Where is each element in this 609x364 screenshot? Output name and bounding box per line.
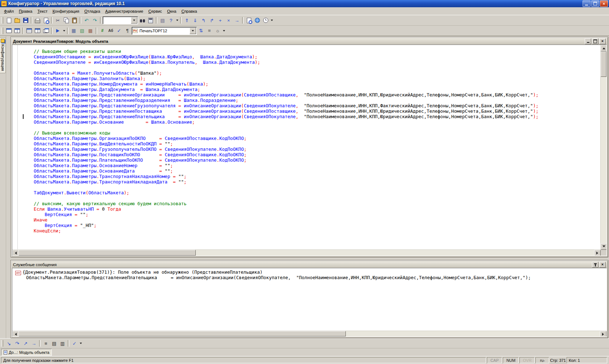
calculator-button[interactable] — [146, 16, 155, 24]
copy-button[interactable] — [62, 16, 70, 24]
tile-horizontal-button[interactable] — [25, 27, 33, 35]
global-search-button[interactable] — [253, 16, 261, 24]
menu-configuration[interactable]: Конфигурация — [50, 8, 82, 15]
toolbar-grip[interactable] — [1, 28, 3, 34]
help-dropdown[interactable] — [175, 16, 179, 24]
save-button[interactable] — [21, 16, 30, 24]
minimize-button[interactable] — [583, 0, 591, 7]
debug-options-dropdown[interactable] — [79, 339, 83, 347]
procedures-functions-button[interactable]: ¶ — [123, 27, 132, 35]
title-bar[interactable]: 1С Конфигуратор - Управление торговлей, … — [0, 0, 609, 7]
template-button[interactable] — [261, 16, 270, 24]
redo-button[interactable]: ↷ — [91, 16, 99, 24]
messages-scroll-right-button[interactable] — [600, 331, 606, 337]
module-settings-button[interactable]: ☼ — [214, 27, 222, 35]
menu-administration[interactable]: Администрирование — [103, 8, 146, 15]
menu-edit[interactable]: Правка — [16, 8, 35, 15]
split-window-button[interactable] — [13, 27, 21, 35]
procedure-combo[interactable]: FoПечатьТОРГ12 — [132, 27, 197, 35]
editor-close-button[interactable]: × — [599, 38, 606, 44]
add-bookmark-button[interactable]: + — [216, 16, 224, 24]
toolbar-grip[interactable] — [1, 17, 3, 24]
help-button[interactable]: ? — [167, 16, 175, 24]
editor-vertical-scrollbar[interactable] — [600, 45, 606, 250]
menu-help[interactable]: Справка — [179, 8, 199, 15]
constructor-button[interactable]: ▧ — [78, 27, 86, 35]
editor-horizontal-scrollbar[interactable] — [12, 249, 601, 256]
comment-button[interactable]: // — [98, 27, 107, 35]
undo-button[interactable]: ↶ — [82, 16, 91, 24]
messages-scroll-thumb[interactable] — [18, 331, 346, 336]
close-button[interactable]: × — [600, 0, 608, 7]
tile-vertical-button[interactable] — [33, 27, 42, 35]
continue-button[interactable]: → — [30, 339, 38, 347]
code-editor[interactable]: // Выводим общие реквизиты шапки Сведени… — [12, 45, 607, 256]
menu-text[interactable]: Текст — [35, 8, 50, 15]
vertical-scroll-thumb[interactable] — [601, 51, 606, 77]
clear-bookmarks-button[interactable]: × — [224, 16, 233, 24]
message-line[interactable]: err{Документ.РеализацияТоваров(371)}: По… — [15, 270, 605, 275]
next-procedure-button[interactable]: ↱ — [208, 16, 216, 24]
scroll-right-button[interactable] — [594, 250, 601, 256]
messages-pin-button[interactable] — [592, 262, 598, 268]
spelling-button[interactable]: Аб — [107, 27, 115, 35]
watch-window-button[interactable]: ▤ — [50, 339, 58, 347]
search-combo[interactable] — [103, 16, 138, 24]
paste-button[interactable] — [70, 16, 79, 24]
goto-line-button[interactable]: → — [233, 16, 241, 24]
new-window-button[interactable] — [5, 27, 13, 35]
toolbar-grip[interactable] — [1, 340, 3, 347]
debug-options-button[interactable]: ✓ — [70, 339, 79, 347]
syntax-highlight-button[interactable]: ▤ — [158, 16, 167, 24]
callstack-button[interactable]: ≡ — [42, 339, 50, 347]
check-module-button[interactable]: ▦ — [70, 27, 78, 35]
find-in-texts-button[interactable] — [245, 16, 253, 24]
procedure-combo-dropdown[interactable] — [190, 28, 196, 34]
prev-bookmark-button[interactable]: ⇑ — [183, 16, 191, 24]
cut-button[interactable]: ✂ — [54, 16, 62, 24]
messages-titlebar[interactable]: Служебные сообщения × — [12, 261, 607, 268]
scroll-down-button[interactable] — [601, 243, 607, 250]
maximize-button[interactable] — [591, 0, 599, 7]
start-debugging-dropdown[interactable] — [62, 27, 66, 35]
menu-windows[interactable]: Окна — [165, 8, 179, 15]
module-settings-dropdown[interactable] — [222, 27, 226, 35]
open-button[interactable] — [13, 16, 21, 24]
step-into-button[interactable]: ↘ — [5, 339, 13, 347]
configuration-tab[interactable]: Конфигурация — [0, 37, 6, 73]
messages-horizontal-scrollbar[interactable] — [12, 331, 606, 336]
templates-button[interactable]: ▩ — [86, 27, 95, 35]
messages-area[interactable]: err{Документ.РеализацияТоваров(371)}: По… — [12, 268, 607, 337]
new-document-button[interactable] — [5, 16, 13, 24]
editor-minimize-button[interactable] — [585, 38, 591, 44]
print-preview-button[interactable] — [42, 16, 50, 24]
template-dropdown[interactable] — [270, 16, 274, 24]
format-block-button[interactable]: ≡ — [205, 27, 214, 35]
scroll-left-button[interactable] — [12, 250, 19, 256]
messages-close-button[interactable]: × — [599, 262, 606, 268]
start-debugging-button[interactable] — [54, 27, 62, 35]
menu-debug[interactable]: Отладка — [82, 8, 103, 15]
messages-scroll-left-button[interactable] — [12, 331, 19, 337]
cascade-button[interactable] — [42, 27, 50, 35]
syntax-check-button[interactable]: ✓ — [115, 27, 123, 35]
goto-definition-button[interactable]: ⇅ — [197, 27, 205, 35]
prev-procedure-button[interactable]: ↰ — [199, 16, 208, 24]
editor-maximize-button[interactable] — [592, 38, 598, 44]
find-button[interactable] — [138, 16, 146, 24]
message-line[interactable]: ОбластьМакета.Параметры.ПредставлениеПла… — [15, 275, 605, 280]
horizontal-splitter[interactable] — [11, 257, 608, 260]
menu-file[interactable]: Файл — [1, 8, 16, 15]
print-button[interactable] — [33, 16, 42, 24]
window-tab-module[interactable]: До...: Модуль объекта — [1, 349, 52, 356]
step-out-button[interactable]: ↗ — [21, 339, 30, 347]
scroll-up-button[interactable] — [601, 45, 607, 51]
search-combo-dropdown[interactable] — [131, 17, 137, 24]
step-over-button[interactable]: ↷ — [13, 339, 21, 347]
language-indicator[interactable]: ru- — [535, 357, 549, 363]
editor-window-titlebar[interactable]: Документ РеализацияТоваров: Модуль объек… — [12, 38, 607, 45]
menu-service[interactable]: Сервис — [146, 8, 165, 15]
messages-window-button[interactable]: ▥ — [58, 339, 67, 347]
horizontal-scroll-thumb[interactable] — [18, 250, 196, 256]
next-bookmark-button[interactable]: ⇓ — [191, 16, 199, 24]
